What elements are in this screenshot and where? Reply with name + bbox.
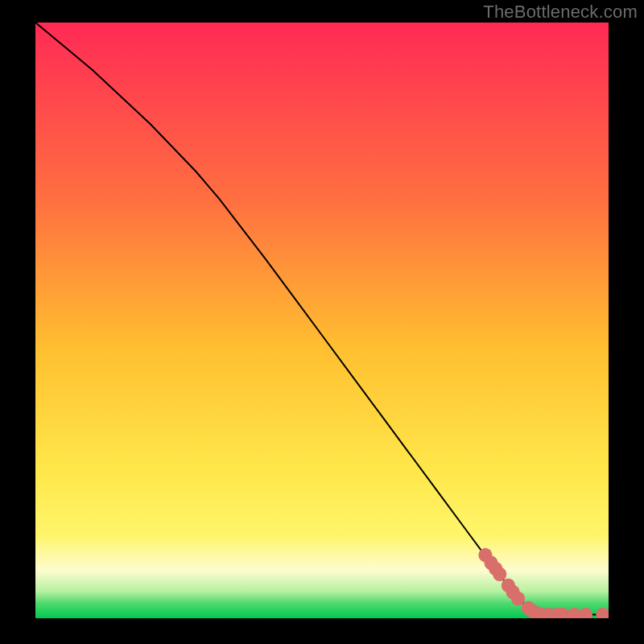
- threshold-dot: [493, 567, 506, 581]
- chart-frame: TheBottleneck.com: [0, 0, 644, 644]
- threshold-dot: [511, 592, 525, 606]
- plot-area: [35, 23, 609, 618]
- watermark-text: TheBottleneck.com: [483, 2, 638, 23]
- chart-svg: [35, 23, 609, 618]
- background-rect: [35, 23, 609, 618]
